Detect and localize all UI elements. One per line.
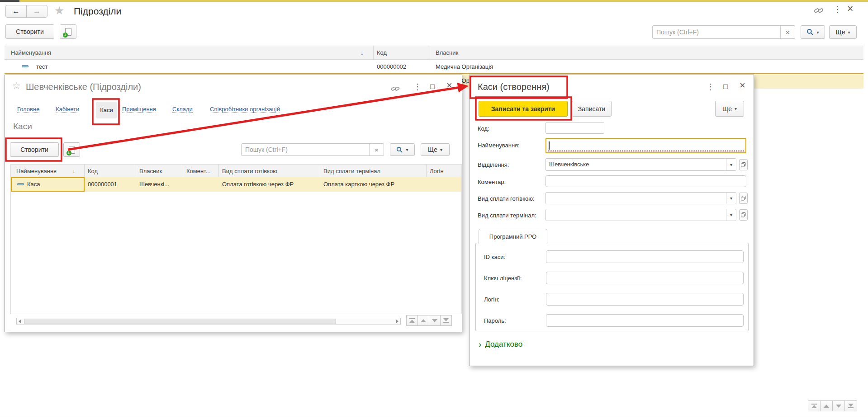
rro-id-input[interactable] — [546, 250, 744, 263]
kasy-more-button[interactable]: Ще ▾ — [421, 143, 450, 156]
sort-desc-icon[interactable]: ↓ — [72, 168, 76, 174]
scroll-down-button[interactable] — [429, 315, 441, 326]
scrollbar-thumb[interactable] — [24, 319, 336, 324]
department-label: Відділення: — [478, 161, 509, 168]
column-header-code[interactable]: Код — [88, 168, 98, 174]
terminal-payment-open-button[interactable] — [739, 209, 748, 221]
rro-license-input[interactable] — [546, 272, 744, 284]
favorite-star-outline-icon[interactable]: ☆ — [12, 81, 21, 90]
kasa-code: 000000001 — [88, 181, 117, 188]
sort-desc-icon[interactable]: ↓ — [360, 49, 364, 56]
rro-tab[interactable]: Програмний РРО — [479, 229, 547, 244]
create-button[interactable]: Створити — [5, 24, 54, 39]
column-divider — [430, 46, 430, 60]
column-header-owner[interactable]: Власник — [139, 168, 162, 174]
terminal-payment-combo[interactable]: ▾ — [545, 209, 736, 221]
column-header-owner[interactable]: Власник — [436, 49, 458, 56]
search-clear-icon[interactable]: × — [369, 144, 384, 155]
additional-link-label: Додатково — [485, 340, 522, 349]
search-button[interactable]: ▾ — [801, 25, 825, 39]
scrollbar-left-arrow[interactable] — [19, 320, 21, 323]
open-form-icon — [740, 212, 746, 218]
save-button[interactable]: Записати — [572, 101, 612, 117]
app-window: ← → ★ Підрозділи ⋮ × Створити × ▾ Ще ▾ Н… — [0, 0, 868, 419]
top-strip-yellow — [19, 0, 868, 2]
column-header-cash[interactable]: Вид сплати готівкою — [222, 168, 277, 174]
kasy-search-button[interactable]: ▾ — [390, 143, 415, 156]
dialog-more-button[interactable]: Ще ▾ — [715, 101, 744, 117]
more-button-label: Ще — [836, 28, 845, 36]
comment-input[interactable] — [545, 175, 746, 187]
scroll-up-button[interactable] — [820, 400, 833, 411]
more-button[interactable]: Ще ▾ — [829, 25, 857, 39]
kasy-search-box[interactable]: × — [241, 143, 384, 156]
combo-dropdown-icon[interactable]: ▾ — [726, 209, 736, 221]
name-input-focused[interactable] — [545, 138, 746, 153]
code-input[interactable] — [545, 122, 604, 134]
rro-login-input[interactable] — [546, 293, 744, 306]
get-link-icon[interactable] — [813, 5, 824, 15]
kasy-search-input[interactable] — [242, 144, 369, 155]
window-menu-dots-icon[interactable]: ⋮ — [833, 5, 842, 14]
dialog-title: Шевченківське (Підрозділи) — [26, 82, 141, 92]
scrollbar-right-arrow[interactable] — [396, 320, 398, 323]
scroll-up-button[interactable] — [417, 315, 429, 326]
kasy-table: Найменування ↓ Код Власник Комент... Вид… — [10, 164, 462, 314]
dialog-menu-dots-icon[interactable]: ⋮ — [707, 83, 715, 91]
create-kasa-button[interactable]: Створити — [10, 142, 59, 157]
additional-expander-link[interactable]: › Додатково — [479, 339, 522, 349]
tab-kabinety[interactable]: Кабінети — [56, 106, 79, 113]
get-link-icon[interactable] — [390, 84, 400, 93]
nav-forward-button[interactable]: → — [26, 5, 47, 18]
scroll-down-button[interactable] — [832, 400, 845, 411]
chevron-right-icon: › — [479, 339, 481, 349]
scroll-to-bottom-button[interactable] — [844, 400, 857, 411]
save-and-close-button[interactable]: Записати та закрити — [479, 101, 568, 117]
search-input[interactable] — [653, 26, 780, 38]
tab-kasy-active[interactable]: Каси — [96, 102, 117, 118]
horizontal-scrollbar[interactable] — [16, 318, 401, 325]
row-code: 000000002 — [377, 63, 406, 70]
scroll-to-bottom-button[interactable] — [440, 315, 452, 326]
terminal-payment-label: Вид сплати термінал: — [478, 212, 536, 219]
dialog-close-icon[interactable]: × — [446, 80, 452, 90]
table-row[interactable]: тест 000000002 Медична Організація — [5, 60, 863, 73]
chevron-down-icon: ▾ — [406, 147, 408, 152]
column-header-name[interactable]: Найменування — [16, 168, 57, 174]
tab-sklady[interactable]: Склади — [172, 106, 193, 113]
nav-back-button[interactable]: ← — [5, 5, 27, 18]
scroll-to-top-button[interactable] — [406, 315, 418, 326]
cash-payment-open-button[interactable] — [739, 193, 748, 204]
scroll-to-top-button[interactable] — [808, 400, 821, 411]
column-header-name[interactable]: Найменування — [11, 49, 51, 56]
favorite-star-icon[interactable]: ★ — [54, 5, 64, 16]
window-close-icon[interactable]: × — [847, 4, 853, 14]
dialog-menu-dots-icon[interactable]: ⋮ — [413, 83, 422, 91]
dialog-maximize-icon[interactable]: □ — [430, 83, 435, 90]
column-header-code[interactable]: Код — [377, 49, 387, 56]
column-header-comment[interactable]: Комент... — [186, 168, 211, 174]
kasa-name: Каса — [27, 181, 40, 188]
column-header-login[interactable]: Логін — [430, 168, 444, 174]
dialog-close-icon[interactable]: × — [740, 80, 745, 90]
tab-holovne[interactable]: Головне — [17, 106, 39, 113]
tab-spivrobitnyky[interactable]: Співробітники організацій — [210, 106, 280, 113]
create-by-copy-button[interactable] — [63, 142, 80, 157]
combo-dropdown-icon[interactable]: ▾ — [726, 159, 736, 170]
open-form-icon — [740, 195, 746, 201]
row-name: тест — [36, 63, 48, 70]
search-clear-icon[interactable]: × — [780, 26, 795, 38]
dialog-maximize-icon[interactable]: □ — [723, 83, 728, 90]
create-by-copy-button[interactable] — [60, 24, 76, 39]
tab-prymishchennya[interactable]: Приміщення — [122, 106, 156, 113]
column-header-terminal[interactable]: Вид сплати термінал — [323, 168, 380, 174]
department-open-button[interactable] — [739, 159, 748, 170]
cash-payment-combo[interactable]: ▾ — [545, 192, 736, 204]
combo-dropdown-icon[interactable]: ▾ — [726, 193, 736, 204]
rro-password-input[interactable] — [546, 314, 744, 327]
kasa-row-selected[interactable]: Каса 000000001 Шевченкі... Оплата готівк… — [11, 177, 461, 192]
catalog-item-icon — [22, 65, 28, 67]
department-combo[interactable]: Шевченківське ▾ — [545, 158, 736, 171]
row-owner: Медична Організація — [436, 63, 493, 70]
search-box[interactable]: × — [652, 25, 795, 39]
